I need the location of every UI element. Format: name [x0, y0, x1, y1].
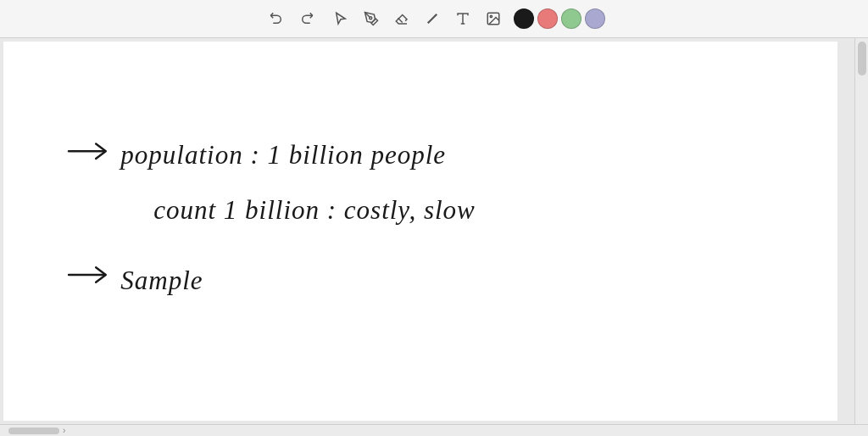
- arrow-1: [69, 143, 106, 158]
- app-container: population : 1 billion people count 1 bi…: [0, 0, 868, 436]
- color-pink-button[interactable]: [537, 8, 558, 29]
- arrow-2: [69, 267, 106, 282]
- whiteboard-canvas[interactable]: population : 1 billion people count 1 bi…: [3, 42, 837, 421]
- undo-button[interactable]: [263, 5, 290, 32]
- scrollbar-bottom-thumb[interactable]: [8, 428, 59, 434]
- color-green-button[interactable]: [561, 8, 581, 29]
- main-area: population : 1 billion people count 1 bi…: [0, 38, 868, 424]
- scrollbar-right[interactable]: [854, 38, 868, 424]
- redo-button[interactable]: [293, 5, 320, 32]
- pen-tool-button[interactable]: [358, 5, 385, 32]
- toolbar: [0, 0, 868, 38]
- toolbar-history-group: [263, 5, 320, 32]
- image-tool-button[interactable]: [480, 5, 507, 32]
- whiteboard-svg: population : 1 billion people count 1 bi…: [3, 42, 837, 421]
- scrollbar-bottom[interactable]: ›: [0, 424, 868, 436]
- scroll-arrow-right[interactable]: ›: [63, 426, 65, 435]
- toolbar-tools-group: [327, 5, 507, 32]
- scrollbar-right-thumb[interactable]: [858, 42, 866, 75]
- text-tool-button[interactable]: [449, 5, 476, 32]
- highlighter-tool-button[interactable]: [419, 5, 446, 32]
- line1-text: population : 1 billion people: [119, 140, 446, 170]
- svg-line-1: [428, 14, 437, 24]
- color-black-button[interactable]: [514, 8, 534, 29]
- color-purple-button[interactable]: [585, 8, 605, 29]
- line2-text: count 1 billion : costly, slow: [153, 195, 476, 225]
- eraser-tool-button[interactable]: [388, 5, 415, 32]
- svg-point-5: [490, 15, 492, 17]
- line3-text: Sample: [120, 266, 203, 295]
- svg-point-0: [370, 17, 372, 20]
- select-tool-button[interactable]: [327, 5, 354, 32]
- toolbar-colors-group: [514, 8, 605, 29]
